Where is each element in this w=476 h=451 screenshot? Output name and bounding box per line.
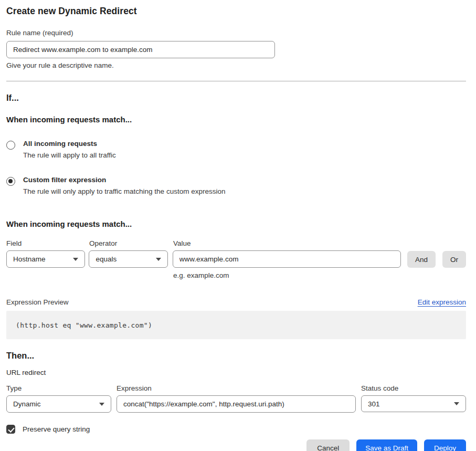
section-divider: [6, 81, 466, 81]
or-button[interactable]: Or: [442, 251, 466, 268]
rule-name-input[interactable]: [6, 41, 275, 58]
value-helper: e.g. example.com: [173, 271, 466, 279]
value-label: Value: [173, 239, 191, 247]
if-heading: If...: [6, 93, 466, 103]
field-select[interactable]: Hostname: [6, 250, 85, 268]
rule-name-label: Rule name (required): [6, 29, 466, 37]
field-select-value: Hostname: [13, 255, 46, 263]
operator-select-value: equals: [96, 255, 117, 263]
status-code-select-value: 301: [368, 400, 380, 408]
cancel-button[interactable]: Cancel: [306, 439, 350, 451]
radio-all-incoming-description: The rule will apply to all traffic: [23, 151, 116, 159]
then-heading: Then...: [6, 351, 466, 361]
preserve-query-string-row[interactable]: Preserve query string: [6, 425, 466, 434]
preserve-query-string-label: Preserve query string: [23, 425, 90, 433]
value-input[interactable]: [173, 250, 401, 268]
and-button[interactable]: And: [407, 251, 436, 268]
radio-option-all-incoming[interactable]: All incoming requests The rule will appl…: [6, 140, 466, 159]
radio-option-custom-filter[interactable]: Custom filter expression The rule will o…: [6, 176, 466, 195]
chevron-down-icon: [73, 258, 78, 261]
redirect-expression-input[interactable]: [117, 395, 356, 413]
status-code-label: Status code: [361, 384, 398, 392]
save-as-draft-button[interactable]: Save as Draft: [356, 439, 417, 451]
page-title: Create new Dynamic Redirect: [6, 6, 466, 17]
field-label: Field: [6, 239, 89, 247]
type-select[interactable]: Dynamic: [6, 395, 111, 413]
match-subheading: When incoming requests match...: [6, 115, 466, 124]
status-code-select[interactable]: 301: [361, 395, 466, 412]
edit-expression-link[interactable]: Edit expression: [418, 298, 466, 306]
checkbox-icon[interactable]: [6, 425, 15, 434]
radio-all-incoming-label: All incoming requests: [23, 140, 116, 148]
expression-preview-box: (http.host eq "www.example.com"): [6, 311, 466, 339]
operator-label: Operator: [89, 239, 173, 247]
expression-label: Expression: [117, 384, 361, 392]
radio-custom-filter-label: Custom filter expression: [23, 176, 225, 184]
type-label: Type: [6, 384, 117, 392]
chevron-down-icon: [156, 258, 161, 261]
rule-name-helper: Give your rule a descriptive name.: [6, 61, 466, 69]
match-builder-heading: When incoming requests match...: [6, 219, 466, 228]
deploy-button[interactable]: Deploy: [424, 439, 466, 451]
radio-button-icon[interactable]: [6, 141, 15, 150]
create-redirect-form: Create new Dynamic Redirect Rule name (r…: [0, 0, 476, 451]
chevron-down-icon: [99, 403, 104, 406]
type-select-value: Dynamic: [13, 400, 41, 408]
radio-button-icon[interactable]: [6, 177, 15, 186]
radio-custom-filter-description: The rule will only apply to traffic matc…: [23, 187, 225, 195]
operator-select[interactable]: equals: [89, 250, 167, 268]
chevron-down-icon: [454, 402, 459, 405]
url-redirect-label: URL redirect: [6, 369, 466, 376]
expression-preview-label: Expression Preview: [6, 298, 69, 306]
expression-preview-code: (http.host eq "www.example.com"): [16, 321, 152, 329]
